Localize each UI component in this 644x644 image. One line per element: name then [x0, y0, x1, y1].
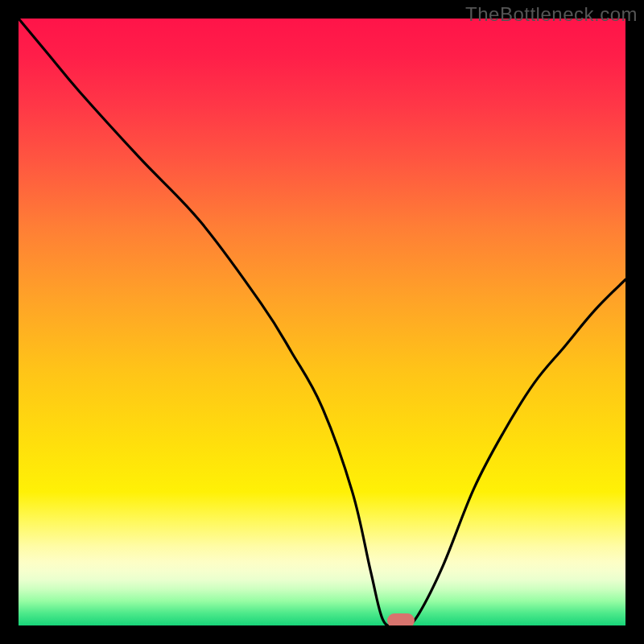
chart-container: TheBottleneck.com [0, 0, 644, 644]
plot-area [19, 19, 625, 625]
optimal-marker [387, 613, 415, 625]
watermark-text: TheBottleneck.com [465, 3, 638, 26]
bottleneck-curve [19, 19, 625, 625]
